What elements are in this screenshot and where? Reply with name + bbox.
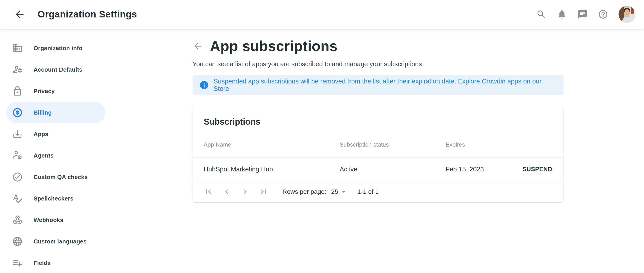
sidebar-item-label: Apps: [34, 131, 48, 138]
column-header-app-name: App Name: [204, 141, 340, 148]
banner-text[interactable]: Suspended app subscriptions will be remo…: [214, 78, 557, 92]
sidebar-item-custom-languages[interactable]: Custom languages: [6, 231, 105, 252]
title-row: App subscriptions: [192, 36, 564, 56]
person-gear-icon: [12, 64, 23, 75]
first-page-icon[interactable]: [204, 187, 213, 196]
main-content: App subscriptions You can see a list of …: [192, 29, 564, 203]
sidebar-item-label: Agents: [34, 152, 54, 159]
sidebar-item-label: Fields: [34, 259, 51, 266]
check-circle-icon: [12, 172, 23, 182]
sidebar-item-custom-qa-checks[interactable]: Custom QA checks: [6, 166, 105, 188]
app-bar: Organization Settings: [0, 0, 644, 29]
subscriptions-card: Subscriptions App Name Subscription stat…: [192, 106, 564, 203]
pagination-range: 1-1 of 1: [357, 188, 378, 195]
chat-icon[interactable]: [577, 9, 588, 20]
cell-expires: Feb 15, 2023: [446, 166, 522, 173]
page-title: Organization Settings: [38, 9, 137, 20]
table-row: HubSpot Marketing Hub Active Feb 15, 202…: [193, 158, 563, 181]
last-page-icon[interactable]: [259, 187, 268, 196]
rows-per-page-select[interactable]: 25: [331, 188, 348, 196]
settings-sidebar: Organization info Account Defaults Priva…: [0, 29, 174, 273]
sidebar-item-label: Privacy: [34, 88, 55, 95]
pagination-bar: Rows per page: 25 1-1 of 1: [193, 181, 563, 202]
sidebar-item-label: Spellcheckers: [34, 195, 74, 202]
lock-icon: [12, 86, 23, 96]
info-icon: [199, 80, 209, 90]
building-icon: [12, 43, 23, 54]
webhook-icon: [12, 215, 23, 225]
appbar-actions: [536, 6, 636, 23]
avatar[interactable]: [618, 6, 636, 23]
sidebar-item-label: Organization info: [34, 45, 82, 52]
info-banner: Suspended app subscriptions will be remo…: [192, 75, 564, 95]
spellcheck-icon: [12, 193, 23, 204]
table-header-row: App Name Subscription status Expires: [193, 127, 563, 158]
sidebar-item-label: Account Defaults: [34, 66, 82, 73]
dollar-circle-icon: $: [12, 107, 23, 118]
column-header-subscription-status: Subscription status: [340, 141, 446, 148]
download-icon: [12, 129, 23, 139]
section-subtitle: You can see a list of apps you are subsc…: [192, 60, 564, 69]
back-icon[interactable]: [192, 41, 203, 52]
globe-icon: [12, 236, 23, 247]
search-icon[interactable]: [536, 9, 546, 20]
back-icon[interactable]: [14, 9, 26, 20]
playlist-add-icon: [12, 257, 23, 268]
sidebar-item-label: Billing: [34, 109, 52, 116]
sidebar-item-webhooks[interactable]: Webhooks: [6, 209, 105, 231]
sidebar-item-fields[interactable]: Fields: [6, 252, 105, 273]
sidebar-item-label: Custom QA checks: [34, 174, 88, 181]
rows-per-page-label: Rows per page:: [282, 188, 326, 195]
sidebar-item-organization-info[interactable]: Organization info: [6, 37, 105, 59]
card-title: Subscriptions: [193, 106, 563, 127]
sidebar-item-account-defaults[interactable]: Account Defaults: [6, 59, 105, 80]
sidebar-item-billing[interactable]: $ Billing: [6, 102, 105, 123]
help-icon[interactable]: [598, 9, 608, 20]
rows-per-page-value: 25: [331, 188, 338, 195]
chevron-down-icon: [340, 188, 348, 196]
sidebar-item-label: Webhooks: [34, 217, 63, 223]
column-header-expires: Expires: [446, 141, 552, 148]
sidebar-item-apps[interactable]: Apps: [6, 123, 105, 145]
prev-page-icon[interactable]: [222, 187, 232, 196]
sidebar-item-agents[interactable]: Agents: [6, 145, 105, 166]
cell-app-name: HubSpot Marketing Hub: [204, 166, 340, 173]
sidebar-item-privacy[interactable]: Privacy: [6, 80, 105, 102]
next-page-icon[interactable]: [240, 187, 250, 196]
sidebar-item-spellcheckers[interactable]: Spellcheckers: [6, 188, 105, 209]
notifications-icon[interactable]: [557, 9, 567, 20]
section-title: App subscriptions: [210, 38, 338, 54]
person-cube-icon: [12, 150, 23, 161]
suspend-button[interactable]: SUSPEND: [522, 166, 552, 173]
svg-text:$: $: [16, 109, 19, 116]
cell-subscription-status: Active: [340, 166, 446, 173]
sidebar-item-label: Custom languages: [34, 238, 86, 245]
